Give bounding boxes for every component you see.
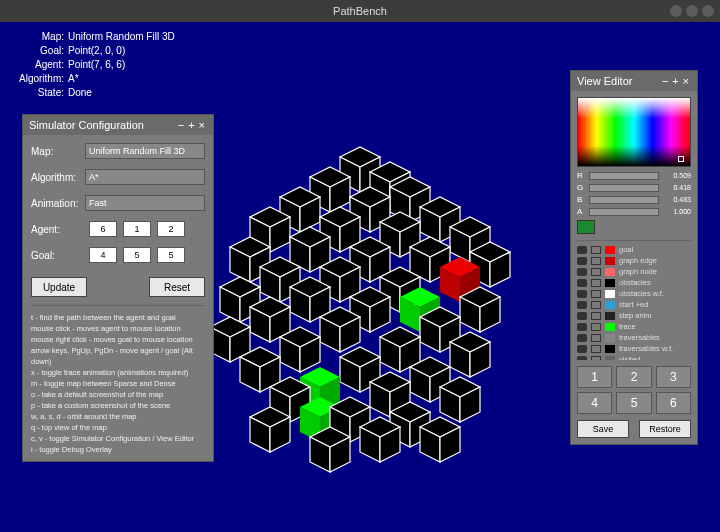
agent-x-input[interactable] [89, 221, 117, 237]
minimize-icon[interactable] [670, 5, 682, 17]
layer-row[interactable]: obstacles w.f. [577, 289, 691, 298]
channel-slider[interactable] [589, 208, 659, 216]
save-button[interactable]: Save [577, 420, 629, 438]
layer-checkbox[interactable] [591, 301, 601, 309]
preset-4-button[interactable]: 4 [577, 392, 612, 414]
visibility-icon[interactable] [577, 257, 587, 265]
layer-checkbox[interactable] [591, 334, 601, 342]
layer-color-swatch[interactable] [605, 323, 615, 331]
expand-icon[interactable]: + [670, 75, 680, 87]
map-input[interactable] [85, 143, 205, 159]
layer-color-swatch[interactable] [605, 312, 615, 320]
agent-z-input[interactable] [157, 221, 185, 237]
restore-button[interactable]: Restore [639, 420, 691, 438]
layer-name: obstacles [619, 278, 651, 287]
layer-checkbox[interactable] [591, 257, 601, 265]
goal-label: Goal: [31, 250, 89, 261]
visibility-icon[interactable] [577, 290, 587, 298]
layer-checkbox[interactable] [591, 323, 601, 331]
preset-3-button[interactable]: 3 [656, 366, 691, 388]
layer-row[interactable]: traversables [577, 333, 691, 342]
simulator-config-panel: Simulator Configuration − + × Map: Algor… [22, 114, 214, 462]
minimize-icon[interactable]: − [176, 119, 186, 131]
preset-2-button[interactable]: 2 [616, 366, 651, 388]
visibility-icon[interactable] [577, 356, 587, 361]
algo-input[interactable] [85, 169, 205, 185]
layer-row[interactable]: graph edge [577, 256, 691, 265]
layer-color-swatch[interactable] [605, 279, 615, 287]
goal-x-input[interactable] [89, 247, 117, 263]
anim-input[interactable] [85, 195, 205, 211]
visibility-icon[interactable] [577, 279, 587, 287]
layer-checkbox[interactable] [591, 356, 601, 361]
close-icon[interactable]: × [197, 119, 207, 131]
visibility-icon[interactable] [577, 334, 587, 342]
layer-row[interactable]: goal [577, 245, 691, 254]
help-text: t - find the path between the agent and … [31, 305, 205, 455]
channel-slider[interactable] [589, 184, 659, 192]
panel-header[interactable]: Simulator Configuration − + × [23, 115, 213, 135]
agent-y-input[interactable] [123, 221, 151, 237]
visibility-icon[interactable] [577, 345, 587, 353]
window-titlebar: PathBench [0, 0, 720, 22]
layer-checkbox[interactable] [591, 246, 601, 254]
minimize-icon[interactable]: − [660, 75, 670, 87]
layer-color-swatch[interactable] [605, 356, 615, 361]
color-swatch[interactable] [577, 220, 595, 234]
layer-row[interactable]: visited [577, 355, 691, 360]
help-line: t - find the path between the agent and … [31, 312, 205, 323]
layer-row[interactable]: start +ed [577, 300, 691, 309]
channel-slider[interactable] [589, 172, 659, 180]
preset-5-button[interactable]: 5 [616, 392, 651, 414]
layer-row[interactable]: traversables w.f. [577, 344, 691, 353]
expand-icon[interactable]: + [186, 119, 196, 131]
layer-row[interactable]: step anim [577, 311, 691, 320]
layer-row[interactable]: graph node [577, 267, 691, 276]
layer-name: graph edge [619, 256, 657, 265]
layer-color-swatch[interactable] [605, 290, 615, 298]
viewport[interactable]: Map:Uniform Random Fill 3D Goal:Point(2,… [0, 22, 720, 532]
update-button[interactable]: Update [31, 277, 87, 297]
layer-color-swatch[interactable] [605, 246, 615, 254]
color-picker[interactable] [577, 97, 691, 167]
view-editor-panel: View Editor − + × R0.509G0.418B0.483A1.0… [570, 70, 698, 445]
layer-name: step anim [619, 311, 652, 320]
anim-label: Animation: [31, 198, 85, 209]
preset-1-button[interactable]: 1 [577, 366, 612, 388]
layer-name: visited [619, 355, 640, 360]
layer-color-swatch[interactable] [605, 301, 615, 309]
layer-color-swatch[interactable] [605, 345, 615, 353]
panel-title: Simulator Configuration [29, 119, 176, 131]
layer-name: traversables [619, 333, 660, 342]
3d-scene[interactable] [190, 117, 530, 477]
preset-6-button[interactable]: 6 [656, 392, 691, 414]
panel-header[interactable]: View Editor − + × [571, 71, 697, 91]
maximize-icon[interactable] [686, 5, 698, 17]
layer-color-swatch[interactable] [605, 268, 615, 276]
color-cursor-icon [678, 156, 684, 162]
visibility-icon[interactable] [577, 246, 587, 254]
layer-checkbox[interactable] [591, 345, 601, 353]
layer-checkbox[interactable] [591, 268, 601, 276]
close-icon[interactable] [702, 5, 714, 17]
close-icon[interactable]: × [681, 75, 691, 87]
layer-checkbox[interactable] [591, 279, 601, 287]
layer-checkbox[interactable] [591, 312, 601, 320]
visibility-icon[interactable] [577, 301, 587, 309]
hud-map-value: Uniform Random Fill 3D [68, 31, 175, 42]
layer-color-swatch[interactable] [605, 334, 615, 342]
goal-z-input[interactable] [157, 247, 185, 263]
layer-row[interactable]: obstacles [577, 278, 691, 287]
hud-state-label: State: [16, 86, 64, 100]
layer-row[interactable]: trace [577, 322, 691, 331]
channel-slider[interactable] [589, 196, 659, 204]
visibility-icon[interactable] [577, 268, 587, 276]
visibility-icon[interactable] [577, 323, 587, 331]
layer-checkbox[interactable] [591, 290, 601, 298]
reset-button[interactable]: Reset [149, 277, 205, 297]
layer-color-swatch[interactable] [605, 257, 615, 265]
goal-y-input[interactable] [123, 247, 151, 263]
channel-value: 0.509 [663, 172, 691, 179]
visibility-icon[interactable] [577, 312, 587, 320]
hud-overlay: Map:Uniform Random Fill 3D Goal:Point(2,… [16, 30, 175, 100]
